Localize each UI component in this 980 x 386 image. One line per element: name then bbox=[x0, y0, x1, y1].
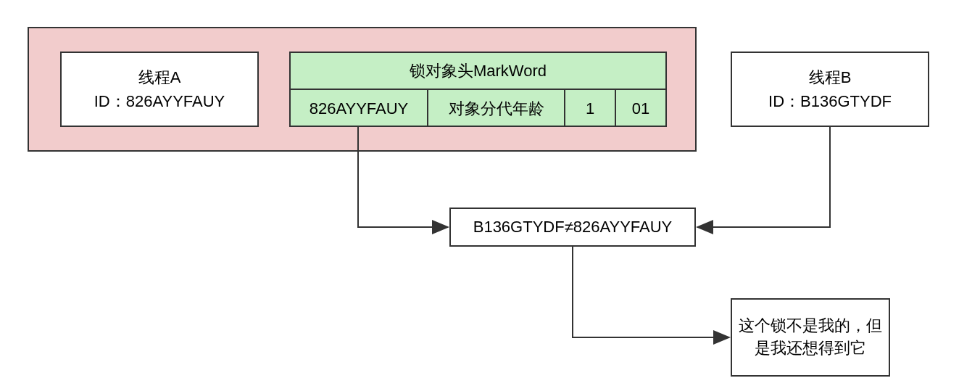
thread-a-title: 线程A bbox=[138, 65, 181, 89]
thread-b-box: 线程B ID：B136GTYDF bbox=[731, 52, 929, 127]
arrow-threadb-to-compare bbox=[697, 127, 830, 227]
thread-b-id: ID：B136GTYDF bbox=[768, 89, 892, 113]
result-box: 这个锁不是我的，但是我还想得到它 bbox=[731, 298, 890, 377]
markword-age: 对象分代年龄 bbox=[428, 90, 565, 127]
compare-box: B136GTYDF≠826AYYFAUY bbox=[449, 208, 696, 247]
markword-box: 锁对象头MarkWord 826AYYFAUY 对象分代年龄 1 01 bbox=[289, 52, 667, 127]
markword-thread-id: 826AYYFAUY bbox=[291, 90, 428, 127]
markword-lock-tag: 01 bbox=[616, 90, 665, 127]
markword-row: 826AYYFAUY 对象分代年龄 1 01 bbox=[291, 90, 665, 127]
result-text: 这个锁不是我的，但是我还想得到它 bbox=[735, 315, 886, 360]
arrow-compare-to-result bbox=[573, 247, 729, 337]
diagram-canvas: 线程A ID：826AYYFAUY 锁对象头MarkWord 826AYYFAU… bbox=[0, 0, 980, 386]
markword-biased-flag: 1 bbox=[565, 90, 616, 127]
thread-b-title: 线程B bbox=[809, 65, 852, 89]
markword-header: 锁对象头MarkWord bbox=[291, 53, 665, 90]
thread-a-box: 线程A ID：826AYYFAUY bbox=[60, 52, 259, 127]
compare-text: B136GTYDF≠826AYYFAUY bbox=[473, 218, 673, 237]
thread-a-id: ID：826AYYFAUY bbox=[94, 89, 225, 113]
